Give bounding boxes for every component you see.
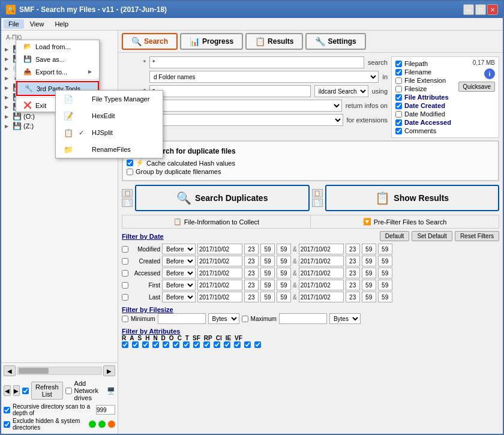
extra-btn-3[interactable]: 📋 [312,189,323,197]
accessed-m2[interactable] [362,268,376,278]
ctx-file-types-manager[interactable]: 📄 File Types Manager [56,91,163,107]
refresh-button[interactable]: Refresh List [31,382,63,400]
last-date2[interactable] [299,292,344,302]
datemodified-checkbox[interactable] [395,111,402,118]
nav-next[interactable]: ▶ [13,385,20,396]
default-button[interactable]: Default [380,231,410,241]
attr-n-checkbox[interactable] [163,341,169,348]
info-button[interactable]: i [484,68,495,79]
close-button[interactable]: ✕ [487,4,498,15]
group-checkbox[interactable] [127,169,133,175]
fileattributes-checkbox[interactable] [395,94,402,101]
modified-date1[interactable] [197,244,242,254]
attr-a-checkbox[interactable] [132,341,139,348]
filter-tab-prefilter[interactable]: 🔽 Pre-Filter Files to Search [310,215,499,229]
modified-m1[interactable] [260,244,275,254]
first-m2[interactable] [362,280,376,290]
ctx-hjsplit[interactable]: 📋 ✓ HJSplit [56,124,163,141]
reset-filters-button[interactable]: Reset Filters [455,231,499,241]
created-s1[interactable] [277,256,291,266]
tab-settings[interactable]: 🔧 Settings [305,33,365,50]
menu-save-as[interactable]: 💾 Save as... [16,53,99,65]
last-m1[interactable] [260,292,275,302]
first-date2[interactable] [299,280,344,290]
comments-checkbox[interactable] [395,128,402,134]
menu-export-to[interactable]: 📤 Export to... [16,65,99,78]
menu-load-from[interactable]: 📂 Load from... [16,40,99,53]
quicksave-button[interactable]: Quicksave [458,82,495,92]
return-info-dropdown[interactable] [149,100,342,112]
created-s2[interactable] [378,256,392,266]
dateaccessed-checkbox[interactable] [395,119,402,126]
accessed-m1[interactable] [260,268,275,278]
modified-date2[interactable] [299,244,344,254]
created-h2[interactable] [346,256,360,266]
refresh-checkbox[interactable] [22,388,29,394]
extra-btn-4[interactable]: 📄 [312,199,323,207]
accessed-h2[interactable] [346,268,360,278]
tab-progress[interactable]: 📊 Progress [180,33,243,50]
set-default-button[interactable]: Set Default [412,231,452,241]
modified-date-checkbox[interactable] [122,246,128,253]
exclude-checkbox[interactable] [4,421,10,428]
recursive-checkbox[interactable] [4,407,10,413]
last-date-checkbox[interactable] [122,294,128,301]
modified-before-dropdown[interactable]: Before [162,244,196,254]
created-before-dropdown[interactable]: Before [162,256,196,266]
ctx-hexedit[interactable]: 📝 HexEdit [56,107,163,124]
first-date1[interactable] [197,280,242,290]
first-h2[interactable] [346,280,360,290]
attr-c-checkbox[interactable] [193,341,200,348]
tab-results[interactable]: 📋 Results [245,33,303,50]
search-duplicates-button[interactable]: 🔍 Search Duplicates [135,185,310,211]
attr-t-checkbox[interactable] [203,341,210,348]
menu-view[interactable]: View [25,19,49,29]
last-before-dropdown[interactable]: Before [162,292,196,302]
depth-input[interactable] [96,405,115,415]
filename-checkbox[interactable] [395,69,402,76]
filesize-checkbox[interactable] [395,86,402,92]
first-s1[interactable] [277,280,291,290]
attr-h-checkbox[interactable] [152,341,159,348]
modified-s2[interactable] [378,244,392,254]
first-date-checkbox[interactable] [122,282,128,289]
accessed-before-dropdown[interactable]: Before [162,268,196,278]
network-checkbox[interactable] [65,388,72,394]
attr-r-checkbox[interactable] [122,341,128,348]
modified-m2[interactable] [362,244,376,254]
first-m1[interactable] [260,280,275,290]
attr-vf-checkbox[interactable] [254,341,261,348]
filter-tab-collect[interactable]: 📋 File-Information to Collect [122,215,310,229]
accessed-s1[interactable] [277,268,291,278]
filepath-checkbox[interactable] [395,61,402,67]
accessed-s2[interactable] [378,268,392,278]
attr-d-checkbox[interactable] [173,341,179,348]
extensions-dropdown[interactable] [149,114,343,126]
wildcard-input[interactable] [149,85,311,97]
attr-o-checkbox[interactable] [183,341,190,348]
created-date-checkbox[interactable] [122,258,128,265]
minimize-button[interactable]: — [463,4,474,15]
modified-h1[interactable] [244,244,259,254]
min-size-checkbox[interactable] [122,316,128,322]
last-s2[interactable] [378,292,392,302]
extension-checkbox[interactable] [395,77,402,84]
attr-ie-checkbox[interactable] [244,341,251,348]
attr-s-checkbox[interactable] [142,341,149,348]
extra-btn-2[interactable]: 📄 [122,199,133,207]
attr-rp-checkbox[interactable] [224,341,230,348]
max-size-unit[interactable]: Bytes [329,313,361,324]
tab-search[interactable]: 🔍 Search [122,33,178,50]
search-main-input[interactable] [149,56,364,68]
last-m2[interactable] [362,292,376,302]
cache-checkbox[interactable] [127,160,133,166]
created-date2[interactable] [299,256,344,266]
horizontal-scrollbar[interactable] [17,367,102,375]
scroll-left[interactable]: ◀ [4,365,16,376]
attr-ci-checkbox[interactable] [234,341,241,348]
first-before-dropdown[interactable]: Before [162,280,196,290]
nav-prev[interactable]: ◀ [4,385,11,396]
created-date1[interactable] [197,256,242,266]
folder-names-dropdown[interactable]: d Folder names [149,71,379,83]
accessed-h1[interactable] [244,268,259,278]
